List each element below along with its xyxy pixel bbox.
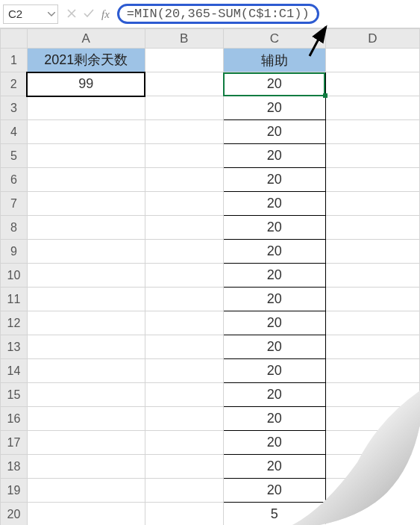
cell[interactable]	[145, 407, 223, 431]
cell[interactable]	[325, 144, 419, 168]
fx-icon[interactable]: fx	[101, 7, 110, 21]
cell[interactable]	[27, 96, 145, 120]
cell[interactable]	[325, 431, 419, 455]
cell-d2[interactable]	[325, 72, 419, 96]
cell-c18[interactable]: 20	[223, 455, 325, 479]
row-header[interactable]: 2	[1, 72, 28, 96]
cell[interactable]	[325, 359, 419, 383]
cell[interactable]	[27, 311, 145, 335]
cell[interactable]	[27, 120, 145, 144]
col-header-c[interactable]: C	[223, 29, 325, 49]
cell[interactable]	[27, 359, 145, 383]
cell[interactable]	[325, 192, 419, 216]
row-header[interactable]: 16	[1, 407, 28, 431]
row-header[interactable]: 3	[1, 96, 28, 120]
cell[interactable]	[27, 383, 145, 407]
chevron-down-icon[interactable]	[46, 12, 57, 16]
cell[interactable]	[325, 407, 419, 431]
cell[interactable]	[27, 407, 145, 431]
cell[interactable]	[325, 168, 419, 192]
cell-b1[interactable]	[145, 49, 223, 72]
cell[interactable]	[27, 288, 145, 311]
cell-c4[interactable]: 20	[223, 120, 325, 144]
cell[interactable]	[145, 455, 223, 479]
confirm-icon[interactable]	[84, 7, 94, 21]
cell-c15[interactable]: 20	[223, 383, 325, 407]
cell[interactable]	[325, 335, 419, 359]
col-header-d[interactable]: D	[325, 29, 419, 49]
cell-c6[interactable]: 20	[223, 168, 325, 192]
cell-c9[interactable]: 20	[223, 240, 325, 264]
cell-c11[interactable]: 20	[223, 288, 325, 311]
cell[interactable]	[325, 120, 419, 144]
cell-c20[interactable]: 5	[223, 503, 325, 526]
row-header[interactable]: 7	[1, 192, 28, 216]
cell-c5[interactable]: 20	[223, 144, 325, 168]
cell-b2[interactable]	[145, 72, 223, 96]
cell-c19[interactable]: 20	[223, 479, 325, 503]
cell-c3[interactable]: 20	[223, 96, 325, 120]
cell-c2[interactable]: 20	[223, 72, 325, 96]
row-header[interactable]: 18	[1, 455, 28, 479]
cell[interactable]	[325, 216, 419, 240]
cell[interactable]	[145, 359, 223, 383]
row-header[interactable]: 12	[1, 311, 28, 335]
row-header[interactable]: 14	[1, 359, 28, 383]
cell[interactable]	[145, 311, 223, 335]
row-header[interactable]: 11	[1, 288, 28, 311]
cell-c14[interactable]: 20	[223, 359, 325, 383]
cell[interactable]	[325, 288, 419, 311]
row-header[interactable]: 9	[1, 240, 28, 264]
cell[interactable]	[27, 479, 145, 503]
cell-c17[interactable]: 20	[223, 431, 325, 455]
cell[interactable]	[145, 383, 223, 407]
cell[interactable]	[145, 120, 223, 144]
name-box[interactable]	[4, 7, 46, 20]
cell[interactable]	[145, 192, 223, 216]
cell[interactable]	[27, 216, 145, 240]
cancel-icon[interactable]	[67, 7, 76, 21]
cell[interactable]	[145, 96, 223, 120]
cell[interactable]	[145, 240, 223, 264]
cell[interactable]	[325, 479, 419, 503]
cell[interactable]	[325, 503, 419, 526]
cell-c7[interactable]: 20	[223, 192, 325, 216]
cell[interactable]	[27, 264, 145, 288]
select-all-corner[interactable]	[1, 29, 28, 49]
cell[interactable]	[325, 264, 419, 288]
cell[interactable]	[325, 383, 419, 407]
cell[interactable]	[145, 144, 223, 168]
cell[interactable]	[145, 431, 223, 455]
spreadsheet-grid[interactable]: A B C D 1 2021剩余天数 辅助 2 99 20 320 420 52…	[0, 28, 420, 525]
col-header-a[interactable]: A	[27, 29, 145, 49]
row-header[interactable]: 8	[1, 216, 28, 240]
row-header[interactable]: 17	[1, 431, 28, 455]
cell[interactable]	[145, 288, 223, 311]
row-header[interactable]: 5	[1, 144, 28, 168]
cell[interactable]	[27, 144, 145, 168]
cell[interactable]	[145, 168, 223, 192]
row-header[interactable]: 6	[1, 168, 28, 192]
cell[interactable]	[145, 216, 223, 240]
cell[interactable]	[27, 503, 145, 526]
cell[interactable]	[325, 311, 419, 335]
col-header-b[interactable]: B	[145, 29, 223, 49]
cell-a1[interactable]: 2021剩余天数	[27, 49, 145, 72]
cell[interactable]	[27, 168, 145, 192]
cell[interactable]	[325, 240, 419, 264]
cell-c10[interactable]: 20	[223, 264, 325, 288]
formula-input[interactable]: =MIN(20,365-SUM(C$1:C1))	[117, 4, 319, 24]
cell[interactable]	[27, 240, 145, 264]
cell-c12[interactable]: 20	[223, 311, 325, 335]
cell[interactable]	[27, 431, 145, 455]
cell[interactable]	[145, 335, 223, 359]
cell-c8[interactable]: 20	[223, 216, 325, 240]
cell-c1[interactable]: 辅助	[223, 49, 325, 72]
cell-a2[interactable]: 99	[27, 72, 145, 96]
row-header[interactable]: 19	[1, 479, 28, 503]
cell[interactable]	[145, 479, 223, 503]
cell[interactable]	[27, 455, 145, 479]
row-header[interactable]: 15	[1, 383, 28, 407]
cell[interactable]	[325, 96, 419, 120]
cell-c16[interactable]: 20	[223, 407, 325, 431]
